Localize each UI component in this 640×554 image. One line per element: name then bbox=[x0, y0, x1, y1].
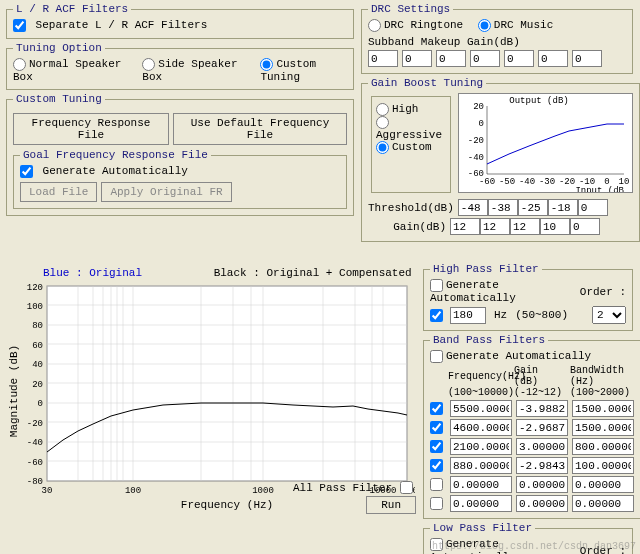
bp-gain-4[interactable] bbox=[516, 476, 568, 493]
svg-text:-50: -50 bbox=[499, 177, 515, 187]
bp-gen-auto-checkbox[interactable] bbox=[430, 350, 443, 363]
separate-lr-label[interactable]: Separate L / R ACF Filters bbox=[13, 19, 207, 31]
bp-gain-range: (-12~12) bbox=[514, 387, 566, 398]
low-pass-legend: Low Pass Filter bbox=[430, 522, 535, 534]
custom-tuning-legend: Custom Tuning bbox=[13, 93, 105, 105]
bp-gain-3[interactable] bbox=[516, 457, 568, 474]
bp-enable-2[interactable] bbox=[430, 440, 443, 453]
svg-text:-60: -60 bbox=[479, 177, 495, 187]
use-default-freq-button[interactable]: Use Default Frequency File bbox=[173, 113, 347, 145]
goal-freq-group: Goal Frequency Response File Generate Au… bbox=[13, 149, 347, 209]
gain-aggressive-radio[interactable] bbox=[376, 116, 389, 129]
bp-gain-1[interactable] bbox=[516, 419, 568, 436]
gain-input-0[interactable] bbox=[450, 218, 480, 235]
gain-input-4[interactable] bbox=[570, 218, 600, 235]
tuning-side-radio[interactable] bbox=[142, 58, 155, 71]
apply-original-fr-button[interactable]: Apply Original FR bbox=[101, 182, 231, 202]
subband-input-2[interactable] bbox=[436, 50, 466, 67]
hp-range: (50~800) bbox=[515, 309, 568, 321]
tuning-custom-radio[interactable] bbox=[260, 58, 273, 71]
tuning-custom-label[interactable]: Custom Tuning bbox=[260, 58, 347, 83]
hp-order-label: Order : bbox=[580, 286, 626, 298]
bp-bw-5[interactable] bbox=[572, 495, 634, 512]
bp-freq-5[interactable] bbox=[450, 495, 512, 512]
tuning-normal-radio[interactable] bbox=[13, 58, 26, 71]
threshold-input-2[interactable] bbox=[518, 199, 548, 216]
gain-input-2[interactable] bbox=[510, 218, 540, 235]
svg-text:-60: -60 bbox=[27, 458, 43, 468]
hp-enable-checkbox[interactable] bbox=[430, 309, 443, 322]
mag-ylabel: Magnitude (dB) bbox=[8, 345, 20, 437]
freq-response-file-button[interactable]: Frequency Response File bbox=[13, 113, 169, 145]
drc-music-label[interactable]: DRC Music bbox=[478, 19, 553, 32]
threshold-input-4[interactable] bbox=[578, 199, 608, 216]
bp-gain-0[interactable] bbox=[516, 400, 568, 417]
hp-gen-auto-checkbox[interactable] bbox=[430, 279, 443, 292]
bp-bw-1[interactable] bbox=[572, 419, 634, 436]
separate-lr-checkbox[interactable] bbox=[13, 19, 26, 32]
subband-input-5[interactable] bbox=[538, 50, 568, 67]
run-button[interactable]: Run bbox=[366, 496, 416, 514]
threshold-input-1[interactable] bbox=[488, 199, 518, 216]
subband-input-6[interactable] bbox=[572, 50, 602, 67]
bp-enable-3[interactable] bbox=[430, 459, 443, 472]
gain-high-label[interactable]: High bbox=[376, 103, 418, 115]
bp-bw-hdr: BandWidth (Hz) bbox=[570, 365, 632, 387]
subband-input-1[interactable] bbox=[402, 50, 432, 67]
subband-input-4[interactable] bbox=[504, 50, 534, 67]
tuning-normal-label[interactable]: Normal Speaker Box bbox=[13, 58, 128, 83]
load-file-button[interactable]: Load File bbox=[20, 182, 97, 202]
gain-aggressive-label[interactable]: Aggressive bbox=[376, 116, 442, 141]
gain-input-3[interactable] bbox=[540, 218, 570, 235]
subband-input-3[interactable] bbox=[470, 50, 500, 67]
black-legend: Black : Original + Compensated bbox=[214, 267, 412, 279]
bp-gen-auto-label[interactable]: Generate Automatically bbox=[430, 350, 591, 362]
gain-input-1[interactable] bbox=[480, 218, 510, 235]
bp-row bbox=[430, 457, 634, 474]
hp-gen-auto-label[interactable]: Generate Automatically bbox=[430, 279, 576, 304]
drc-music-radio[interactable] bbox=[478, 19, 491, 32]
svg-text:0: 0 bbox=[479, 119, 484, 129]
bp-freq-1[interactable] bbox=[450, 419, 512, 436]
bp-bw-4[interactable] bbox=[572, 476, 634, 493]
bp-enable-5[interactable] bbox=[430, 497, 443, 510]
tuning-side-label[interactable]: Side Speaker Box bbox=[142, 58, 245, 83]
bp-row bbox=[430, 495, 634, 512]
threshold-input-3[interactable] bbox=[548, 199, 578, 216]
all-pass-checkbox[interactable] bbox=[400, 481, 413, 494]
custom-tuning-group: Custom Tuning Frequency Response File Us… bbox=[6, 93, 354, 216]
lr-acf-group: L / R ACF Filters Separate L / R ACF Fil… bbox=[6, 3, 354, 39]
bp-freq-2[interactable] bbox=[450, 438, 512, 455]
gen-auto-checkbox[interactable] bbox=[20, 165, 33, 178]
bp-bw-0[interactable] bbox=[572, 400, 634, 417]
bp-freq-3[interactable] bbox=[450, 457, 512, 474]
bp-gain-5[interactable] bbox=[516, 495, 568, 512]
bp-bw-3[interactable] bbox=[572, 457, 634, 474]
drc-settings-legend: DRC Settings bbox=[368, 3, 453, 15]
bp-enable-1[interactable] bbox=[430, 421, 443, 434]
gain-high-radio[interactable] bbox=[376, 103, 389, 116]
bp-bw-2[interactable] bbox=[572, 438, 634, 455]
drc-ringtone-label[interactable]: DRC Ringtone bbox=[368, 19, 463, 32]
drc-ringtone-radio[interactable] bbox=[368, 19, 381, 32]
gen-auto-label[interactable]: Generate Automatically bbox=[20, 165, 188, 177]
gain-custom-label[interactable]: Custom bbox=[376, 141, 432, 153]
svg-rect-15 bbox=[47, 286, 407, 481]
gain-boost-legend: Gain Boost Tuning bbox=[368, 77, 486, 89]
hp-freq-input[interactable] bbox=[450, 307, 486, 324]
bp-row bbox=[430, 400, 634, 417]
hp-order-select[interactable]: 2 bbox=[592, 306, 626, 324]
svg-text:100: 100 bbox=[125, 486, 141, 496]
bp-gain-2[interactable] bbox=[516, 438, 568, 455]
high-pass-group: High Pass Filter Generate Automatically … bbox=[423, 263, 633, 331]
bp-enable-0[interactable] bbox=[430, 402, 443, 415]
threshold-input-0[interactable] bbox=[458, 199, 488, 216]
bp-freq-0[interactable] bbox=[450, 400, 512, 417]
bp-enable-4[interactable] bbox=[430, 478, 443, 491]
subband-input-0[interactable] bbox=[368, 50, 398, 67]
magnitude-plot-area: Blue : Original Black : Original + Compe… bbox=[3, 260, 418, 514]
bp-row bbox=[430, 476, 634, 493]
gain-mode-group: High Aggressive Custom bbox=[371, 96, 451, 193]
bp-freq-4[interactable] bbox=[450, 476, 512, 493]
gain-custom-radio[interactable] bbox=[376, 141, 389, 154]
